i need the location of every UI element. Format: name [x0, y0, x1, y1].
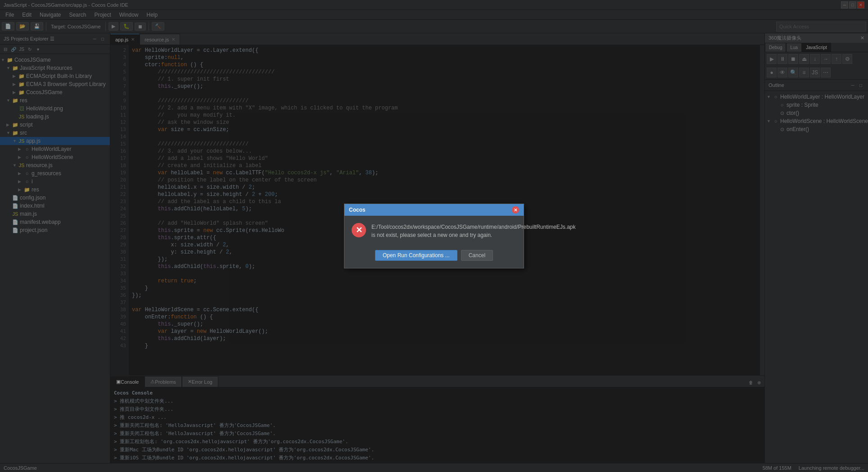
modal-overlay: Cocos ✕ ✕ E:/Tool/cocos2dx/workspace/Coc…: [0, 0, 868, 472]
cancel-button[interactable]: Cancel: [461, 250, 493, 261]
modal-title: Cocos: [349, 207, 366, 213]
open-run-configurations-button[interactable]: Open Run Configurations ...: [375, 250, 457, 261]
modal-buttons: Open Run Configurations ... Cancel: [344, 246, 524, 268]
modal-message: E:/Tool/cocos2dx/workspace/CocosJSGame/r…: [371, 223, 576, 239]
modal-dialog: Cocos ✕ ✕ E:/Tool/cocos2dx/workspace/Coc…: [344, 204, 524, 268]
modal-body: ✕ E:/Tool/cocos2dx/workspace/CocosJSGame…: [344, 216, 524, 246]
modal-error-icon: ✕: [352, 223, 366, 237]
modal-title-bar: Cocos ✕: [344, 204, 524, 216]
modal-close-button[interactable]: ✕: [512, 206, 519, 213]
